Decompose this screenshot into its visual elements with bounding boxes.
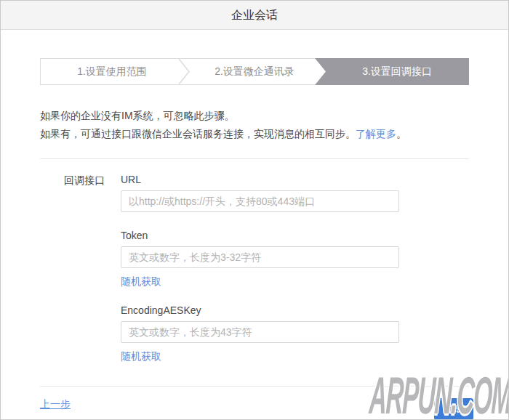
step-2-set-address-book[interactable]: 2.设置微企通讯录: [183, 59, 326, 84]
prev-step-link[interactable]: 上一步: [40, 398, 71, 411]
callback-form: 回调接口 URL Token 随机获取 EncodingAESKey 随机获取: [40, 174, 469, 363]
divider: [40, 158, 469, 159]
footer-bar: 上一步 完成: [40, 398, 469, 420]
learn-more-link[interactable]: 了解更多: [356, 128, 396, 140]
intro-line-1: 如果你的企业没有IM系统，可忽略此步骤。: [40, 107, 469, 125]
intro-line-2: 如果有，可通过接口跟微信企业会话服务连接，实现消息的相互同步。了解更多。: [40, 125, 469, 143]
callback-section-label: 回调接口: [64, 174, 121, 363]
aeskey-label: EncodingAESKey: [121, 304, 469, 316]
intro-line-2-text: 如果有，可通过接口跟微信企业会话服务连接，实现消息的相互同步。: [40, 128, 356, 140]
chevron-separator-icon: [178, 59, 190, 84]
intro-line-2-period: 。: [396, 128, 406, 140]
wizard-steps: 1.设置使用范围 2.设置微企通讯录 3.设置回调接口: [40, 58, 469, 85]
finish-button[interactable]: 完成: [434, 398, 473, 420]
step-3-set-callback-active[interactable]: 3.设置回调接口: [315, 58, 469, 85]
step-1-set-usage-scope[interactable]: 1.设置使用范围: [41, 59, 183, 84]
aeskey-random-link[interactable]: 随机获取: [121, 350, 161, 363]
token-field-group: Token 随机获取: [121, 230, 469, 288]
footer-divider: [40, 386, 469, 387]
form-fields: URL Token 随机获取 EncodingAESKey 随机获取: [121, 174, 469, 363]
aeskey-input[interactable]: [121, 321, 399, 343]
token-label: Token: [121, 230, 469, 241]
url-input[interactable]: [121, 190, 399, 212]
dialog-title: 企业会话: [1, 1, 508, 30]
aeskey-field-group: EncodingAESKey 随机获取: [121, 304, 469, 363]
token-input[interactable]: [121, 246, 399, 268]
enterprise-chat-dialog: 企业会话 1.设置使用范围 2.设置微企通讯录 3.设置回调接口 如果你的企业没…: [0, 0, 509, 420]
url-label: URL: [121, 174, 469, 185]
content-area: 1.设置使用范围 2.设置微企通讯录 3.设置回调接口 如果你的企业没有IM系统…: [1, 58, 508, 420]
url-field-group: URL: [121, 174, 469, 212]
token-random-link[interactable]: 随机获取: [121, 275, 161, 288]
intro-text: 如果你的企业没有IM系统，可忽略此步骤。 如果有，可通过接口跟微信企业会话服务连…: [40, 107, 469, 143]
